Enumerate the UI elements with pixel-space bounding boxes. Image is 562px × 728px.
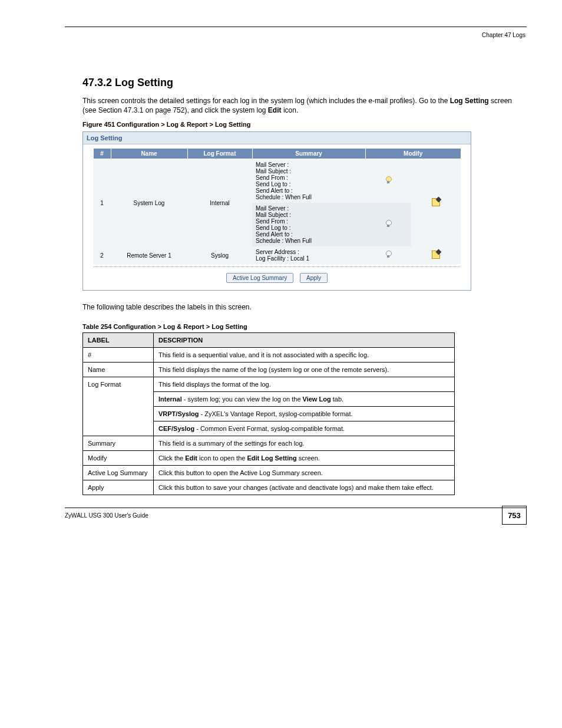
table-header-row: # Name Log Format Summary Modify [93, 149, 461, 159]
para-text-5: icon. [283, 106, 298, 114]
description-table: LABEL DESCRIPTION # This field is a sequ… [82, 332, 455, 495]
para-text-2: Log Setting [450, 97, 489, 105]
lead-paragraph: This screen controls the detailed settin… [82, 96, 527, 115]
row-desc: This field displays the name of the log … [154, 363, 455, 377]
row-label: Name [83, 363, 154, 377]
cell-summary: Mail Server : Mail Subject : Send From :… [252, 203, 365, 246]
row-desc: VRPT/Syslog - ZyXEL's Vantage Report, sy… [154, 407, 455, 421]
col-summary: Summary [252, 149, 365, 159]
col-format: Log Format [187, 149, 252, 159]
edit-icon[interactable] [432, 198, 440, 206]
footer-guide: ZyWALL USG 300 User's Guide [65, 512, 148, 519]
table-header-row: LABEL DESCRIPTION [83, 333, 455, 348]
row-label: Log Format [83, 377, 154, 436]
bulb-icon[interactable] [385, 220, 392, 228]
row-label: Apply [83, 480, 154, 495]
button-bar: Active Log Summary Apply [94, 266, 460, 290]
chapter-heading: Chapter 47 Logs [482, 32, 525, 38]
figure-caption: Figure 451 Configuration > Log & Report … [82, 121, 527, 128]
row-desc: Click this button to open the Active Log… [154, 466, 455, 480]
row-desc: CEF/Syslog - Common Event Format, syslog… [154, 421, 455, 436]
log-setting-panel: Log Setting # Name Log Format Summary Mo… [82, 131, 471, 291]
para-text-4: Edit [268, 106, 282, 114]
cell-name: System Log [111, 159, 187, 247]
col-modify: Modify [365, 149, 461, 159]
cell-format: Syslog [187, 246, 252, 264]
header-rule [65, 27, 527, 27]
row-label: # [83, 348, 154, 363]
row-label: Summary [83, 436, 154, 451]
bulb-icon[interactable] [385, 251, 392, 259]
table-row: Name This field displays the name of the… [83, 363, 455, 377]
row-desc: This field is a summary of the settings … [154, 436, 455, 451]
table-row: Summary This field is a summary of the s… [83, 436, 455, 451]
cell-num: 1 [93, 159, 111, 247]
col-name: Name [111, 149, 187, 159]
cell-summary: Mail Server : Mail Subject : Send From :… [252, 159, 365, 203]
panel-title: Log Setting [83, 132, 471, 144]
col-desc: DESCRIPTION [154, 333, 455, 348]
apply-button[interactable]: Apply [300, 273, 328, 283]
row-desc: This field is a sequential value, and it… [154, 348, 455, 363]
row-desc: Click this button to save your changes (… [154, 480, 455, 495]
cell-format: Internal [187, 159, 252, 247]
table-row: # This field is a sequential value, and … [83, 348, 455, 363]
table-row: Log Format This field displays the forma… [83, 377, 455, 392]
table-row: Modify Click the Edit icon to open the E… [83, 451, 455, 466]
row-label: Active Log Summary [83, 466, 154, 480]
para-text-1: This screen controls the detailed settin… [82, 97, 450, 105]
footer-rule [65, 508, 527, 508]
bulb-icon[interactable] [385, 176, 392, 185]
cell-summary: Server Address : Log Facility : Local 1 [252, 246, 365, 264]
subsection-heading: 47.3.2 Log Setting [82, 77, 527, 89]
row-label: Modify [83, 451, 154, 466]
cell-num: 2 [93, 246, 111, 264]
row-desc: This field displays the format of the lo… [154, 377, 455, 392]
table-row: Apply Click this button to save your cha… [83, 480, 455, 495]
table-row: 1 System Log Internal Mail Server : Mail… [93, 159, 461, 203]
row-desc: Click the Edit icon to open the Edit Log… [154, 451, 455, 466]
log-setting-table: # Name Log Format Summary Modify 1 Syste… [93, 148, 461, 264]
active-log-summary-button[interactable]: Active Log Summary [226, 273, 293, 283]
table-caption: Table 254 Configuration > Log & Report >… [82, 323, 527, 330]
row-desc: Internal - system log; you can view the … [154, 392, 455, 407]
table-row: Active Log Summary Click this button to … [83, 466, 455, 480]
col-label: LABEL [83, 333, 154, 348]
table-intro: The following table describes the labels… [82, 302, 527, 312]
col-num: # [93, 149, 111, 159]
edit-icon[interactable] [432, 251, 440, 259]
table-row: 2 Remote Server 1 Syslog Server Address … [93, 246, 461, 264]
page-number: 753 [502, 506, 527, 525]
cell-name: Remote Server 1 [111, 246, 187, 264]
